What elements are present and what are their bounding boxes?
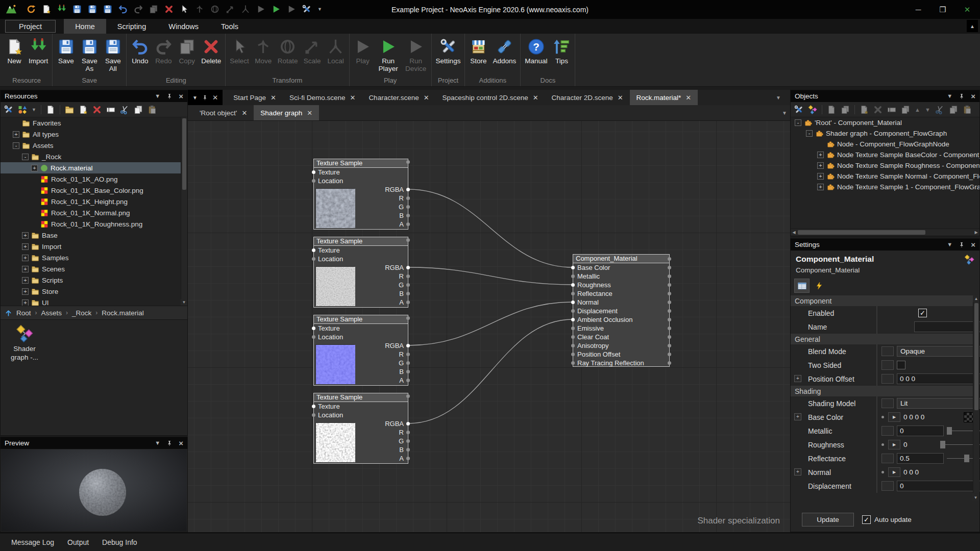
output-pin[interactable] — [668, 292, 671, 295]
tree-item-node-sample1[interactable]: + Node Texture Sample 1 - Component_Flow… — [791, 182, 979, 192]
properties-mode-button[interactable] — [795, 279, 809, 292]
close-icon[interactable]: × — [971, 241, 975, 248]
auto-update-checkbox[interactable]: ✓ — [862, 515, 871, 524]
section-shading[interactable]: Shading — [791, 386, 979, 396]
chevron-down-icon[interactable]: ▼ — [32, 107, 36, 112]
expander-icon[interactable]: + — [13, 131, 19, 138]
chevron-down-icon[interactable]: ▼ — [947, 242, 952, 247]
filter-shapes-icon[interactable] — [18, 105, 27, 114]
output-pin[interactable] — [406, 188, 410, 191]
close-button[interactable]: ✕ — [963, 5, 972, 14]
tips-button[interactable]: Tips — [550, 37, 573, 65]
input-pin[interactable] — [571, 318, 575, 321]
texture-sample-node-basecolor[interactable]: Texture Sample Texture Location RGBA R G… — [313, 159, 408, 230]
tree-item-import[interactable]: + Import — [1, 241, 187, 252]
output-pin[interactable] — [406, 316, 410, 320]
manual-button[interactable]: Manual — [522, 37, 550, 65]
texture-sample-node-roughness[interactable]: Texture Sample Texture Location RGBA R G… — [313, 237, 408, 308]
reflectance-field[interactable]: 0.5 — [897, 453, 944, 464]
name-field[interactable] — [914, 321, 980, 332]
input-pin[interactable] — [312, 413, 315, 417]
breadcrumb-rock[interactable]: _Rock — [72, 309, 91, 317]
tree-item-node-basecolor[interactable]: + Node Texture Sample BaseColor - Compon… — [791, 149, 979, 160]
import-icon[interactable] — [57, 5, 66, 14]
input-pin[interactable] — [312, 257, 315, 261]
refresh-icon[interactable] — [27, 5, 36, 14]
input-pin[interactable] — [571, 283, 575, 287]
tab-spaceship-control[interactable]: Spaceship control 2D.scene✕ — [436, 90, 545, 105]
shader-graph-canvas[interactable]: Texture Sample Texture Location RGBA R G… — [188, 120, 790, 532]
input-pin[interactable] — [571, 266, 575, 269]
close-icon[interactable]: × — [179, 92, 183, 100]
output-pin[interactable] — [406, 370, 410, 373]
expander-icon[interactable]: + — [22, 255, 29, 261]
expander-icon[interactable]: - — [795, 119, 801, 126]
output-pin[interactable] — [406, 274, 410, 278]
import-button[interactable]: Import — [26, 37, 51, 65]
input-pin[interactable] — [312, 327, 315, 330]
blend-mode-dropdown[interactable]: Opaque▼ — [897, 346, 980, 357]
pin-icon[interactable] — [166, 440, 173, 446]
tab-tools[interactable]: Tools — [210, 19, 250, 34]
output-pin[interactable] — [668, 361, 671, 365]
expander-icon[interactable]: - — [22, 154, 29, 160]
input-pin[interactable] — [571, 361, 575, 365]
position-offset-field[interactable]: 0 0 0 — [897, 373, 980, 384]
default-box[interactable] — [881, 481, 894, 491]
close-tab-icon[interactable]: ✕ — [533, 94, 538, 102]
output-pin[interactable] — [668, 257, 669, 261]
tree-item-rock-roughness[interactable]: Rock_01_1K_Roughness.png — [1, 218, 187, 230]
tab-scifi-demo[interactable]: Sci-fi Demo.scene✕ — [283, 90, 362, 105]
output-pin[interactable] — [406, 292, 410, 295]
expander-icon[interactable]: + — [794, 413, 801, 420]
close-tab-icon[interactable]: ✕ — [350, 94, 355, 102]
tab-root-object[interactable]: 'Root object'✕ — [193, 105, 254, 120]
breadcrumb-root[interactable]: Root — [16, 309, 31, 317]
output-pin[interactable] — [406, 214, 410, 217]
two-sided-checkbox[interactable] — [897, 361, 905, 369]
tree-item-base[interactable]: + Base — [1, 230, 187, 241]
new-document-icon[interactable] — [42, 5, 51, 14]
texture-sample-node-normal[interactable]: Texture Sample Texture Location RGBA R G… — [313, 315, 408, 386]
close-icon[interactable]: × — [971, 92, 975, 100]
save-as-icon[interactable] — [88, 5, 97, 14]
expander-icon[interactable]: + — [22, 299, 29, 306]
pin-icon[interactable] — [959, 242, 965, 248]
close-icon[interactable]: ✕ — [212, 93, 218, 102]
node-header[interactable]: Component_Material — [573, 255, 669, 263]
expander-icon[interactable]: + — [31, 165, 38, 171]
input-pin[interactable] — [571, 292, 575, 295]
tree-item-shader-graph[interactable]: - Shader graph - Component_FlowGraph — [791, 128, 979, 139]
close-tab-icon[interactable]: ✕ — [424, 94, 429, 102]
tree-item-rock-folder[interactable]: - _Rock — [1, 151, 187, 162]
expander-icon[interactable]: + — [794, 375, 801, 382]
close-tab-icon[interactable]: ✕ — [307, 109, 312, 117]
chevron-down-icon[interactable]: ▼ — [192, 95, 198, 101]
objects-horizontal-scrollbar[interactable]: ◀ ▶ — [791, 229, 979, 236]
pin-icon[interactable] — [202, 95, 208, 101]
expander-icon[interactable]: + — [22, 266, 29, 272]
output-pin[interactable] — [406, 196, 410, 200]
tree-item-root-material[interactable]: - 'Root' - Component_Material — [791, 117, 979, 128]
close-tab-icon[interactable]: ✕ — [241, 109, 247, 117]
default-box[interactable] — [881, 454, 894, 463]
delete-button[interactable]: Delete — [199, 37, 224, 65]
input-pin[interactable] — [312, 179, 315, 183]
new-resource-icon[interactable] — [79, 105, 88, 114]
save-button[interactable]: Save — [54, 37, 78, 65]
save-all-icon[interactable] — [103, 5, 112, 14]
tree-item-store[interactable]: + Store — [1, 286, 187, 297]
output-pin[interactable] — [406, 457, 410, 460]
tree-item-assets[interactable]: - Assets — [1, 140, 187, 151]
expander-icon[interactable]: + — [794, 468, 801, 475]
displacement-field[interactable]: 0 — [897, 481, 980, 491]
output-pin[interactable] — [406, 422, 410, 425]
section-general[interactable]: General — [791, 334, 979, 344]
run-player-button[interactable]: Run Player — [375, 37, 402, 72]
node-header[interactable]: Texture Sample — [314, 159, 408, 168]
output-pin[interactable] — [406, 379, 410, 382]
tree-item-node[interactable]: Node - Component_FlowGraphNode — [791, 139, 979, 149]
normal-value[interactable]: 0 0 0 — [903, 468, 919, 476]
output-pin[interactable] — [406, 361, 410, 365]
output-pin[interactable] — [668, 274, 671, 278]
